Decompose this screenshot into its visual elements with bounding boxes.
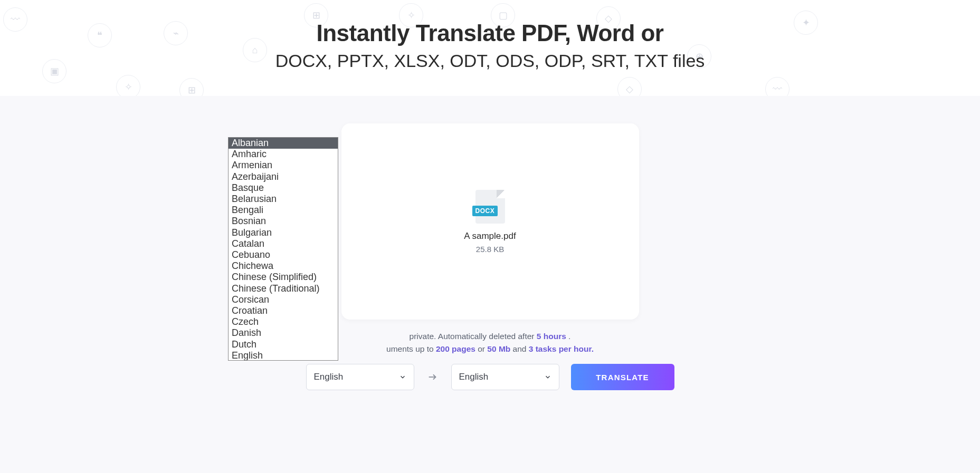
chevron-down-icon	[399, 373, 406, 381]
language-option[interactable]: English	[229, 350, 338, 361]
language-option[interactable]: Armenian	[229, 160, 338, 171]
language-option[interactable]: Chichewa	[229, 260, 338, 272]
language-option[interactable]: Czech	[229, 316, 338, 327]
privacy-note: private. Automatically deleted after 5 h…	[306, 330, 675, 355]
file-type-badge: DOCX	[472, 206, 498, 216]
language-option[interactable]: Basque	[229, 182, 338, 194]
workspace-area: DOCX A sample.pdf 25.8 KB private. Autom…	[0, 96, 980, 473]
language-option[interactable]: Cebuano	[229, 249, 338, 260]
arrow-right-icon	[426, 370, 440, 384]
translate-button[interactable]: TRANSLATE	[571, 364, 674, 390]
language-option[interactable]: Danish	[229, 327, 338, 339]
privacy-pages: 200 pages	[436, 344, 475, 353]
source-language-select[interactable]: English	[306, 364, 414, 390]
file-name: A sample.pdf	[464, 231, 516, 242]
language-option[interactable]: Azerbaijani	[229, 171, 338, 182]
source-language-value: English	[314, 372, 344, 382]
language-option[interactable]: Albanian	[229, 138, 338, 149]
language-option[interactable]: Bengali	[229, 205, 338, 216]
privacy-size: 50 Mb	[487, 344, 510, 353]
language-option[interactable]: Chinese (Simplified)	[229, 272, 338, 283]
target-language-select[interactable]: English	[451, 364, 559, 390]
language-option[interactable]: Catalan	[229, 238, 338, 249]
language-option[interactable]: Chinese (Traditional)	[229, 283, 338, 294]
language-option[interactable]: Dutch	[229, 339, 338, 350]
document-icon: DOCX	[475, 190, 505, 224]
privacy-text: private. Automatically deleted after	[410, 332, 537, 341]
language-option[interactable]: Croatian	[229, 305, 338, 316]
language-option[interactable]: Belarusian	[229, 194, 338, 205]
privacy-hours: 5 hours	[537, 332, 566, 341]
target-language-value: English	[459, 372, 489, 382]
upload-card: DOCX A sample.pdf 25.8 KB	[341, 123, 639, 320]
uploaded-file[interactable]: DOCX A sample.pdf 25.8 KB	[464, 190, 516, 254]
hero-title-line2: DOCX, PPTX, XLSX, ODT, ODS, ODP, SRT, TX…	[0, 51, 980, 71]
language-option[interactable]: Bosnian	[229, 216, 338, 227]
chevron-down-icon	[544, 373, 551, 381]
privacy-tasks: 3 tasks per hour.	[529, 344, 594, 353]
hero-section: Instantly Translate PDF, Word or DOCX, P…	[0, 0, 980, 71]
controls-row: English English TRANSLATE	[306, 364, 674, 390]
language-option[interactable]: Corsican	[229, 294, 338, 305]
language-option[interactable]: Bulgarian	[229, 227, 338, 238]
source-language-listbox[interactable]: AlbanianAmharicArmenianAzerbaijaniBasque…	[228, 137, 338, 361]
file-size: 25.8 KB	[464, 245, 516, 254]
hero-title-line1: Instantly Translate PDF, Word or	[0, 20, 980, 46]
language-option[interactable]: Amharic	[229, 149, 338, 160]
